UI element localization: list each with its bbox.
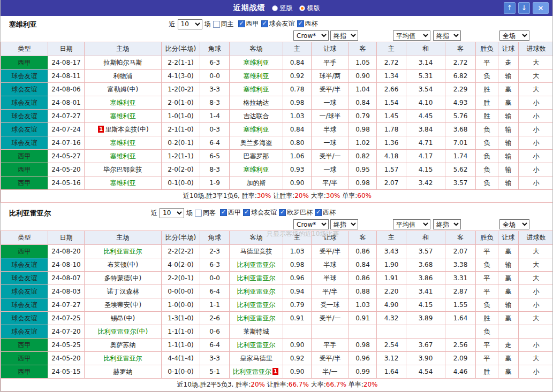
goals-result-cell: 小 bbox=[519, 298, 553, 312]
match-row: 球会友谊24-07-27塞维利亚1-0(1-0)1-4吉达联合1.03一/球半0… bbox=[1, 110, 553, 123]
euro-draw-odds: 4.15 bbox=[406, 298, 445, 312]
europe-average-select[interactable]: 平均值 bbox=[393, 219, 430, 229]
result-cell: 负 bbox=[476, 325, 498, 339]
score-cell: 2-2(0-1) bbox=[162, 272, 200, 285]
column-header: 客 bbox=[349, 42, 377, 56]
handicap-result-cell: 走 bbox=[498, 56, 519, 70]
league-filter-checkbox[interactable]: 西甲 bbox=[238, 19, 259, 28]
euro-draw-odds bbox=[406, 325, 445, 339]
handicap-home-odds: 0.91 bbox=[283, 312, 312, 325]
corner-cell: 0-0 bbox=[200, 272, 230, 285]
euro-away-odds: 3.68 bbox=[445, 123, 476, 136]
radio-icon bbox=[299, 5, 305, 11]
handicap-home-odds: 1.03 bbox=[283, 245, 312, 258]
home-team-cell: 奥萨苏纳 bbox=[85, 339, 162, 352]
match-date-cell: 24-07-27 bbox=[48, 110, 85, 123]
score-cell: 2-2(2-2) bbox=[162, 245, 200, 258]
league-filter-checkbox[interactable]: 欧罗巴杯 bbox=[279, 208, 313, 217]
bookmaker-select[interactable]: Crow* bbox=[293, 219, 329, 229]
summary-cell: 近10场,胜3平1负6, 胜率:30% 让胜率:20% 大率:30% 单率:60… bbox=[1, 190, 553, 203]
scope-select[interactable]: 全场 bbox=[499, 30, 529, 41]
euro-away-odds: 3.31 bbox=[445, 272, 476, 285]
team-name-text: 塞维利亚 bbox=[244, 126, 269, 133]
home-team-cell: 诺丁汉森林 bbox=[85, 285, 162, 298]
topbar-buttons: ↑ ↓ × bbox=[504, 2, 549, 14]
home-team-cell: 毕尔巴鄂竞技 bbox=[85, 163, 162, 176]
handicap-away-odds: 0.91 bbox=[349, 312, 377, 325]
euro-away-odds: 2.87 bbox=[445, 285, 476, 298]
league-type-cell: 球会友谊 bbox=[1, 285, 48, 298]
handicap-home-odds: 1.06 bbox=[283, 150, 312, 163]
team-name-text: 利物浦 bbox=[113, 72, 133, 80]
team-name-text: 赫罗纳 bbox=[113, 368, 133, 375]
euro-away-odds bbox=[445, 325, 476, 339]
corner-cell: 3-3 bbox=[200, 83, 230, 96]
filter-bar: 近 10 场 同主 西甲球会友谊西杯 bbox=[0, 18, 520, 30]
handicap-home-odds: 0.98 bbox=[283, 258, 312, 272]
view-mode-radio[interactable]: 竖版 bbox=[272, 4, 293, 13]
league-filter-checkbox[interactable]: 球会友谊 bbox=[243, 208, 277, 217]
league-type-cell: 球会友谊 bbox=[1, 258, 48, 272]
match-date-cell: 24-07-24 bbox=[48, 123, 85, 136]
goals-result-cell: 大 bbox=[519, 56, 553, 70]
team-name-text: 奥萨苏纳 bbox=[110, 341, 136, 349]
europe-average-select[interactable]: 平均值 bbox=[393, 30, 430, 41]
result-cell: 平 bbox=[476, 339, 498, 352]
move-down-button[interactable]: ↓ bbox=[518, 2, 530, 14]
euro-draw-odds: 3.54 bbox=[406, 83, 445, 96]
league-filters: 西甲球会友谊西杯 bbox=[238, 19, 320, 29]
match-row: 球会友谊24-08-06富勒姆(中)1-2(0-2)3-3塞维利亚0.78受平/… bbox=[1, 83, 553, 96]
bookmaker-select[interactable]: Crow* bbox=[293, 30, 329, 41]
euro-away-odds: 3.38 bbox=[445, 258, 476, 272]
league-filter-checkbox[interactable]: 球会友谊 bbox=[261, 19, 295, 28]
score-cell: 1-1(1-0) bbox=[162, 325, 200, 339]
odds-select-row: Crow*终指平均值终指全场 bbox=[1, 30, 552, 42]
team-name-text: 塞维利亚 bbox=[110, 179, 136, 187]
europe-final-odds-select[interactable]: 终指 bbox=[433, 30, 461, 41]
match-count-select[interactable]: 10 bbox=[178, 19, 202, 29]
match-date-cell: 24-08-03 bbox=[48, 285, 85, 298]
scope-select[interactable]: 全场 bbox=[499, 219, 529, 229]
match-date-cell: 24-07-25 bbox=[48, 312, 85, 325]
goals-result-cell: 小 bbox=[519, 176, 553, 190]
handicap-away-odds: 0.84 bbox=[349, 96, 377, 110]
league-type-cell: 球会友谊 bbox=[1, 70, 48, 83]
column-header: 和 bbox=[406, 42, 445, 56]
view-mode-radio[interactable]: 横版 bbox=[299, 4, 320, 13]
euro-draw-odds: 3.42 bbox=[406, 176, 445, 190]
result-cell: 负 bbox=[476, 70, 498, 83]
handicap-home-odds bbox=[283, 325, 312, 339]
same-venue-checkbox[interactable]: 同客 bbox=[195, 209, 216, 218]
team-name-text: 马德里竞技 bbox=[240, 248, 272, 255]
goals-result-cell: 小 bbox=[519, 365, 553, 379]
handicap-line: 一球 bbox=[312, 136, 349, 150]
match-count-select[interactable]: 10 bbox=[160, 208, 184, 218]
euro-away-odds: 4.93 bbox=[445, 96, 476, 110]
league-type-cell: 球会友谊 bbox=[1, 136, 48, 150]
same-venue-checkbox[interactable]: 同主 bbox=[213, 20, 234, 29]
league-type-cell: 球会友谊 bbox=[1, 325, 48, 339]
summary-stat-label: 单率: bbox=[346, 381, 363, 388]
handicap-final-odds-select[interactable]: 终指 bbox=[330, 219, 358, 229]
league-filter-checkbox[interactable]: 西甲 bbox=[220, 208, 241, 217]
score-cell: 2-2(1-1) bbox=[162, 56, 200, 70]
match-row: 球会友谊24-08-07多特蒙德(中)2-2(0-1)0-0比利亚雷亚尔0.96… bbox=[1, 272, 553, 285]
handicap-final-odds-select[interactable]: 终指 bbox=[330, 30, 358, 41]
checkbox-label: 球会友谊 bbox=[251, 208, 277, 217]
handicap-result-cell: 输 bbox=[498, 110, 519, 123]
handicap-away-odds: 1.05 bbox=[349, 56, 377, 70]
team-name-text: 巴塞罗那 bbox=[244, 152, 269, 160]
away-team-cell: 莱斯特城 bbox=[230, 325, 283, 339]
euro-away-odds: 2.29 bbox=[445, 83, 476, 96]
league-filter-checkbox[interactable]: 西杯 bbox=[297, 19, 318, 28]
recent-label: 近 bbox=[169, 20, 176, 29]
close-button[interactable]: × bbox=[533, 2, 549, 14]
euro-home-odds: 1.34 bbox=[377, 70, 406, 83]
corner-cell: 3-3 bbox=[200, 352, 230, 365]
handicap-result-cell: 走 bbox=[498, 339, 519, 352]
move-up-button[interactable]: ↑ bbox=[504, 2, 516, 14]
away-team-cell: 比利亚雷亚尔 bbox=[230, 258, 283, 272]
europe-final-odds-select[interactable]: 终指 bbox=[433, 219, 461, 229]
league-filter-checkbox[interactable]: 西杯 bbox=[315, 208, 336, 217]
match-row: 球会友谊24-07-27圣埃蒂安(中)1-0(0-0)1-1比利亚雷亚尔0.79… bbox=[1, 298, 553, 312]
